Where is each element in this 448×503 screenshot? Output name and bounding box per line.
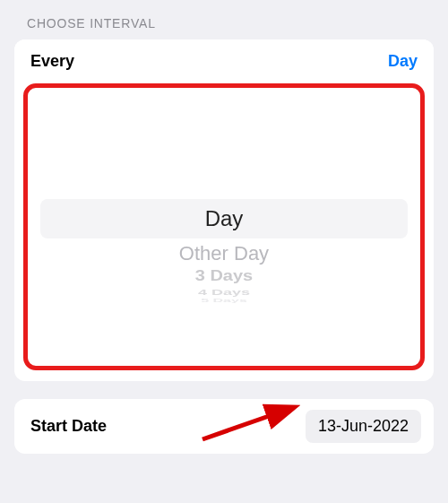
picker-option[interactable]: 4 Days xyxy=(40,287,408,298)
picker-highlight-box: Day Other Day 3 Days 4 Days 5 Days xyxy=(23,83,425,370)
picker-option-selected: Day xyxy=(205,206,244,231)
interval-value: Day xyxy=(388,52,418,71)
picker-option[interactable]: 5 Days xyxy=(40,298,408,303)
interval-row[interactable]: Every Day xyxy=(14,39,434,83)
interval-picker[interactable]: Day Other Day 3 Days 4 Days 5 Days xyxy=(40,113,408,350)
interval-label: Every xyxy=(30,52,74,71)
picker-option[interactable]: Other Day xyxy=(40,242,408,265)
picker-selected-row[interactable]: Day xyxy=(40,199,408,238)
start-date-label: Start Date xyxy=(30,417,107,436)
start-date-value[interactable]: 13-Jun-2022 xyxy=(306,410,421,443)
svg-line-1 xyxy=(202,408,292,439)
section-header: CHOOSE INTERVAL xyxy=(14,16,434,30)
picker-option[interactable]: 3 Days xyxy=(40,267,408,285)
start-date-card: Start Date 13-Jun-2022 xyxy=(14,399,434,454)
start-date-row[interactable]: Start Date 13-Jun-2022 xyxy=(14,399,434,454)
interval-card: Every Day Day Other Day 3 Days 4 Days 5 … xyxy=(14,39,434,381)
